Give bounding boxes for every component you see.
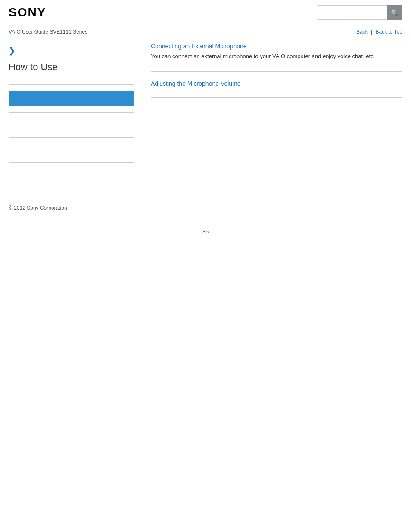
sidebar-item-line-6 [9, 162, 134, 163]
sidebar-spacer-2 [9, 131, 134, 137]
nav-links: Back | Back to Top [356, 29, 402, 35]
sidebar-item-line-3 [9, 125, 134, 125]
sidebar-spacer-6 [9, 175, 134, 181]
search-icon: 🔍 [390, 9, 399, 17]
separator: | [371, 29, 372, 35]
content-area: Connecting an External Microphone You ca… [142, 43, 402, 187]
sidebar-spacer-3 [9, 144, 134, 150]
sidebar-spacer-1 [9, 119, 134, 125]
search-button[interactable]: 🔍 [387, 5, 402, 20]
sidebar: ❯ How to Use [9, 43, 142, 187]
guide-title: VAIO User Guide SVE1111 Series [9, 29, 87, 35]
sidebar-spacer-5 [9, 169, 134, 175]
header: SONY 🔍 [0, 0, 411, 25]
sidebar-item-line-7 [9, 181, 134, 181]
adjusting-volume-link[interactable]: Adjusting the Microphone Volume [151, 80, 402, 87]
sidebar-item-line-5 [9, 150, 134, 150]
sidebar-item-line-2 [9, 112, 134, 113]
sidebar-spacer-4 [9, 156, 134, 162]
content-divider-1 [151, 71, 402, 72]
back-to-top-link[interactable]: Back to Top [376, 29, 402, 35]
sidebar-item-line-1 [9, 84, 134, 85]
chevron-icon: ❯ [9, 46, 134, 56]
section-external-microphone: Connecting an External Microphone You ca… [151, 43, 402, 61]
footer: © 2012 Sony Corporation [0, 196, 411, 215]
content-divider-2 [151, 97, 402, 98]
search-input[interactable] [318, 8, 387, 18]
sidebar-item-line-4 [9, 137, 134, 138]
section-microphone-volume: Adjusting the Microphone Volume [151, 80, 402, 87]
connecting-microphone-desc: You can connect an external microphone t… [151, 52, 402, 61]
sidebar-divider-1 [9, 78, 134, 78]
sub-header: VAIO User Guide SVE1111 Series Back | Ba… [0, 25, 411, 38]
search-box: 🔍 [318, 5, 402, 20]
back-link[interactable]: Back [356, 29, 368, 35]
page-number: 35 [0, 228, 411, 243]
sidebar-highlight [9, 91, 134, 106]
connecting-microphone-link[interactable]: Connecting an External Microphone [151, 43, 402, 50]
sidebar-title: How to Use [9, 62, 134, 73]
copyright-text: © 2012 Sony Corporation [9, 205, 67, 211]
sony-logo: SONY [9, 6, 46, 19]
main-layout: ❯ How to Use Connecting an External Micr… [0, 38, 411, 196]
